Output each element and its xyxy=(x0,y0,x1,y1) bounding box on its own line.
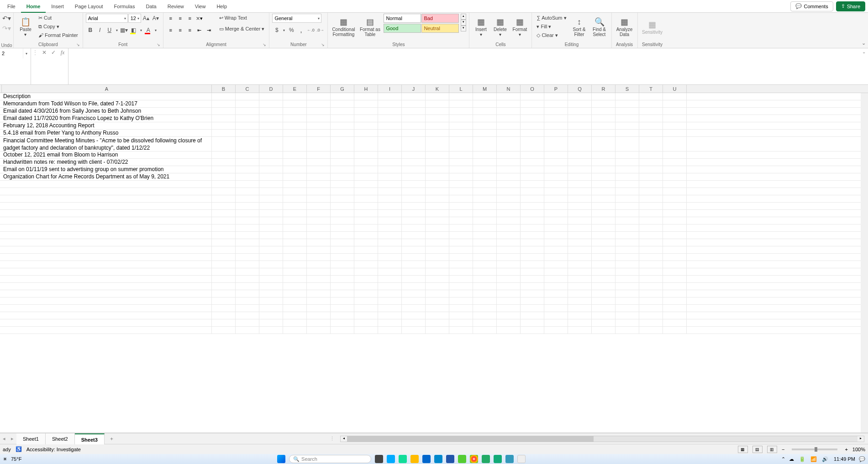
cell[interactable] xyxy=(544,232,568,239)
cell[interactable] xyxy=(449,151,473,158)
italic-button[interactable]: I xyxy=(95,26,105,35)
table-row[interactable] xyxy=(0,254,868,261)
view-normal-button[interactable]: ▦ xyxy=(738,446,748,453)
cell[interactable] xyxy=(402,181,426,188)
notifications-icon[interactable]: 💬 xyxy=(859,456,865,462)
cell[interactable] xyxy=(331,290,354,297)
column-header-E[interactable]: E xyxy=(283,85,307,93)
cell[interactable] xyxy=(473,93,497,100)
currency-dropdown[interactable]: ▾ xyxy=(282,26,286,35)
cell[interactable] xyxy=(426,173,449,180)
cell[interactable] xyxy=(592,137,615,151)
cell[interactable] xyxy=(426,261,449,268)
cell[interactable] xyxy=(568,115,592,122)
align-left-button[interactable]: ≡ xyxy=(166,26,175,35)
cell[interactable] xyxy=(259,268,283,275)
cell[interactable] xyxy=(402,261,426,268)
cell[interactable] xyxy=(236,188,259,195)
cell[interactable] xyxy=(568,254,592,261)
cell[interactable] xyxy=(283,254,307,261)
cell[interactable] xyxy=(236,276,259,282)
cell[interactable] xyxy=(354,203,378,209)
cell[interactable]: 5.4.18 email from Peter Yang to Anthony … xyxy=(2,130,212,136)
cell[interactable] xyxy=(449,327,473,334)
cell[interactable] xyxy=(544,173,568,180)
cell[interactable] xyxy=(259,93,283,100)
cell[interactable] xyxy=(307,327,331,334)
underline-button[interactable]: U xyxy=(105,26,114,35)
cell[interactable] xyxy=(236,312,259,319)
cell[interactable] xyxy=(473,297,497,304)
cell[interactable] xyxy=(639,188,663,195)
cell[interactable] xyxy=(378,312,402,319)
name-box-input[interactable] xyxy=(0,48,23,58)
cell[interactable] xyxy=(259,108,283,115)
column-header-F[interactable]: F xyxy=(307,85,331,93)
cell[interactable] xyxy=(639,210,663,217)
cell[interactable] xyxy=(2,232,212,239)
cell[interactable] xyxy=(639,217,663,224)
cell[interactable] xyxy=(378,297,402,304)
horizontal-scrollbar[interactable]: ◂ ▸ xyxy=(340,436,864,442)
cell[interactable] xyxy=(259,224,283,231)
cell[interactable] xyxy=(663,224,687,231)
cell[interactable] xyxy=(402,312,426,319)
cell[interactable] xyxy=(236,151,259,158)
cell[interactable] xyxy=(378,166,402,173)
cell[interactable] xyxy=(663,122,687,129)
column-header-L[interactable]: L xyxy=(449,85,473,93)
cell[interactable] xyxy=(236,305,259,312)
cell[interactable] xyxy=(236,239,259,246)
cell[interactable] xyxy=(592,203,615,209)
cell[interactable] xyxy=(378,290,402,297)
cell[interactable] xyxy=(259,283,283,290)
add-sheet-button[interactable]: ＋ xyxy=(105,435,119,442)
cell[interactable] xyxy=(2,319,212,326)
cell[interactable] xyxy=(307,203,331,209)
column-header-M[interactable]: M xyxy=(473,85,497,93)
cell[interactable] xyxy=(521,312,544,319)
cell[interactable] xyxy=(283,283,307,290)
cell[interactable] xyxy=(378,327,402,334)
chevron-down-icon[interactable]: ▾ xyxy=(23,48,29,58)
cell[interactable]: Organization Chart for Acme Records Depa… xyxy=(2,173,212,180)
cell[interactable] xyxy=(639,261,663,268)
underline-dropdown[interactable]: ▾ xyxy=(115,26,119,35)
cell[interactable] xyxy=(402,283,426,290)
cell[interactable] xyxy=(236,297,259,304)
cell[interactable] xyxy=(307,210,331,217)
cell[interactable] xyxy=(663,181,687,188)
cell[interactable] xyxy=(307,188,331,195)
view-page-break-button[interactable]: ▥ xyxy=(767,446,777,453)
cell[interactable] xyxy=(354,224,378,231)
cell[interactable] xyxy=(568,210,592,217)
cell[interactable] xyxy=(592,327,615,334)
style-good[interactable]: Good xyxy=(384,24,421,33)
cell[interactable] xyxy=(449,115,473,122)
cell[interactable] xyxy=(212,195,236,202)
cell[interactable] xyxy=(307,93,331,100)
cell[interactable] xyxy=(2,297,212,304)
number-format-select[interactable]: General▾ xyxy=(272,14,321,23)
cell[interactable] xyxy=(402,166,426,173)
cell[interactable] xyxy=(212,108,236,115)
cell[interactable] xyxy=(212,297,236,304)
cell[interactable] xyxy=(544,159,568,166)
cell[interactable] xyxy=(449,159,473,166)
cell[interactable] xyxy=(568,93,592,100)
scroll-left-button[interactable]: ◂ xyxy=(341,436,347,442)
table-row[interactable] xyxy=(0,327,868,334)
table-row[interactable] xyxy=(0,312,868,319)
cell[interactable] xyxy=(283,130,307,136)
cell[interactable] xyxy=(378,108,402,115)
cell[interactable] xyxy=(236,327,259,334)
cell[interactable] xyxy=(283,217,307,224)
cell[interactable] xyxy=(236,290,259,297)
scroll-thumb[interactable] xyxy=(347,436,594,442)
cell[interactable] xyxy=(259,327,283,334)
cell[interactable] xyxy=(663,130,687,136)
menu-tab-review[interactable]: Review xyxy=(162,0,189,13)
cell[interactable] xyxy=(236,319,259,326)
cell[interactable] xyxy=(521,137,544,151)
cell[interactable] xyxy=(426,137,449,151)
